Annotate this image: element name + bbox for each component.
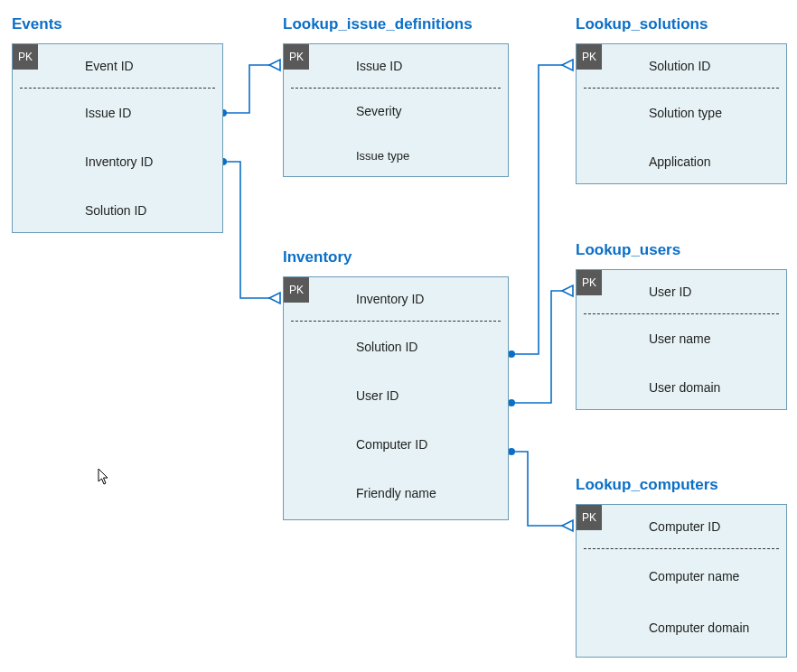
field-event-id: Event ID	[13, 44, 222, 88]
field-computer-id: Computer ID	[577, 505, 786, 548]
field-user-id: User ID	[284, 371, 508, 420]
entity-title-computers: Lookup_computers	[576, 476, 718, 494]
pk-badge: PK	[13, 44, 38, 70]
pk-badge: PK	[577, 505, 602, 530]
field-user-id: User ID	[577, 270, 786, 313]
pk-badge: PK	[577, 270, 602, 295]
field-user-name: User name	[577, 314, 786, 363]
svg-point-3	[508, 399, 515, 406]
field-application: Application	[577, 137, 786, 186]
entity-title-users: Lookup_users	[576, 241, 680, 259]
field-solution-id: Solution ID	[577, 44, 786, 88]
field-issue-id: Issue ID	[13, 89, 222, 137]
entity-title-events: Events	[12, 15, 62, 33]
rel-inventory-computer	[508, 448, 573, 531]
field-issue-type: Issue type	[284, 134, 508, 177]
entity-title-issue-defs: Lookup_issue_definitions	[283, 15, 473, 33]
field-inventory-id: Inventory ID	[13, 137, 222, 186]
field-solution-type: Solution type	[577, 89, 786, 137]
field-inventory-id: Inventory ID	[284, 277, 508, 321]
entity-users: PK User ID User name User domain	[576, 269, 787, 410]
svg-point-4	[508, 448, 515, 455]
pk-badge: PK	[284, 44, 309, 70]
entity-computers: PK Computer ID Computer name Computer do…	[576, 504, 787, 658]
field-solution-id: Solution ID	[13, 186, 222, 235]
pk-badge: PK	[577, 44, 602, 70]
field-computer-domain: Computer domain	[577, 603, 786, 652]
field-issue-id: Issue ID	[284, 44, 508, 88]
svg-point-2	[508, 350, 515, 358]
entity-title-inventory: Inventory	[283, 248, 352, 266]
field-computer-id: Computer ID	[284, 420, 508, 469]
entity-issue-defs: PK Issue ID Severity Issue type	[283, 43, 509, 177]
field-solution-id: Solution ID	[284, 322, 508, 371]
entity-solutions: PK Solution ID Solution type Application	[576, 43, 787, 184]
rel-inventory-user	[508, 285, 573, 406]
entity-events: PK Event ID Issue ID Inventory ID Soluti…	[12, 43, 223, 233]
field-user-domain: User domain	[577, 363, 786, 412]
rel-events-inventory	[220, 158, 280, 303]
pk-badge: PK	[284, 277, 309, 303]
cursor-icon	[98, 468, 112, 486]
field-friendly-name: Friendly name	[284, 469, 508, 518]
rel-inventory-solution	[508, 60, 573, 358]
rel-events-issue	[220, 60, 280, 117]
entity-inventory: PK Inventory ID Solution ID User ID Comp…	[283, 276, 509, 520]
field-computer-name: Computer name	[577, 549, 786, 603]
entity-title-solutions: Lookup_solutions	[576, 15, 708, 33]
field-severity: Severity	[284, 89, 508, 134]
